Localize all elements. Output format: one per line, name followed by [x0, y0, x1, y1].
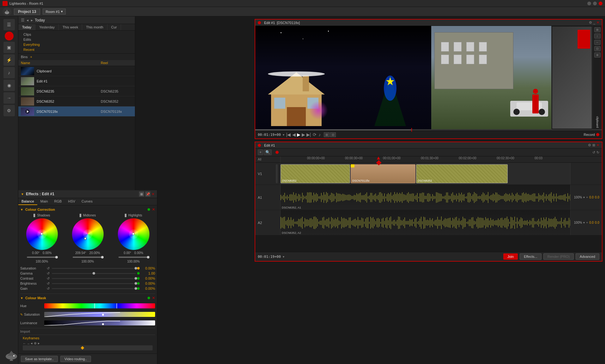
midtones-wheel[interactable] — [72, 218, 104, 250]
browser-menu-btn[interactable]: ☰ — [21, 18, 25, 22]
highlights-dot[interactable] — [132, 233, 135, 235]
tab-curves[interactable]: Curves — [78, 198, 96, 205]
clip-dscn6352-1[interactable]: DSCN6352 — [281, 164, 350, 183]
highlights-slider[interactable] — [118, 257, 148, 258]
join-btn[interactable]: Join — [503, 253, 518, 260]
filter-recent[interactable]: Recent — [21, 47, 132, 52]
skip-end-btn[interactable]: ▶| — [306, 132, 311, 137]
sidebar-icon-audio[interactable]: ♪ — [3, 67, 15, 78]
next-frame-btn[interactable]: ▶ — [302, 132, 305, 137]
volume-btn[interactable]: ♪ — [318, 132, 321, 137]
list-item[interactable]: DSCN6235 DSCN6235 — [18, 86, 135, 96]
browser-back-btn[interactable]: ◂ — [26, 18, 29, 22]
kf-left-arrow[interactable]: ◂ — [31, 341, 33, 345]
maximize-btn[interactable] — [593, 2, 597, 5]
render-btn[interactable]: Render (PRO) — [543, 253, 574, 260]
sidebar-icon-settings[interactable]: ⚙ — [3, 105, 15, 116]
v1-resize-handle[interactable] — [276, 164, 278, 183]
tl-redo-btn[interactable]: ↻ — [596, 150, 599, 155]
tab-rgb[interactable]: RGB — [51, 198, 65, 205]
mode-btn-2[interactable]: ⊟ — [330, 132, 336, 137]
timeline-close-icon[interactable]: ✕ — [596, 143, 599, 147]
gain-thumb[interactable] — [135, 287, 137, 290]
param-contrast-slider[interactable] — [52, 278, 136, 279]
param-gain-slider[interactable] — [52, 288, 136, 289]
shadows-slider[interactable] — [27, 257, 57, 258]
tab-balance[interactable]: Balance — [18, 198, 37, 205]
param-contrast-icon[interactable]: ↺ — [47, 276, 51, 280]
viewer-minimize-icon[interactable]: _ — [593, 21, 595, 25]
tl-add-btn[interactable]: + — [258, 149, 263, 155]
hue-marker-1[interactable] — [94, 303, 95, 308]
list-item[interactable]: DSCN7011fix DSCN7011fix — [18, 106, 135, 117]
effects-close-btn[interactable]: ✕ — [152, 192, 154, 196]
vrs-btn-2[interactable]: ↕ — [594, 33, 601, 39]
vrs-btn-3[interactable]: ↔ — [594, 40, 601, 45]
lum-handle[interactable] — [102, 323, 104, 325]
vrs-btn-1[interactable]: ⊞ — [594, 27, 601, 32]
brightness-thumb[interactable] — [135, 282, 137, 285]
minimize-btn[interactable] — [587, 2, 591, 5]
vrs-btn-5[interactable]: ⊕ — [594, 52, 601, 58]
param-gain-icon[interactable]: ↺ — [47, 287, 51, 290]
clip-dscn7011[interactable]: DSCN7011fix — [351, 164, 415, 183]
record-button[interactable]: Record — [584, 133, 599, 136]
filter-clips[interactable]: Clips — [21, 32, 132, 37]
midtones-dot[interactable] — [84, 237, 87, 240]
tab-hsv[interactable]: HSV — [65, 198, 78, 205]
mask-lum-bar[interactable] — [44, 320, 155, 325]
list-item[interactable]: Edit #1 — [18, 76, 135, 86]
viewer-close-icon[interactable]: ✕ — [596, 21, 599, 25]
save-template-btn[interactable]: Save as template.. — [21, 356, 58, 362]
list-item[interactable]: DSCN6352 DSCN6352 — [18, 96, 135, 106]
midtones-slider[interactable] — [73, 257, 103, 258]
highlights-wheel[interactable] — [118, 218, 149, 250]
shadows-slider-thumb[interactable] — [55, 256, 58, 258]
keyframe-marker[interactable] — [81, 346, 84, 349]
tl-search-btn[interactable]: 🔍 — [264, 149, 272, 155]
viewer-progress-marker[interactable] — [411, 128, 412, 132]
clip-dscn6352-2[interactable]: DSCN6352 — [416, 164, 508, 183]
sidebar-icon-export[interactable]: → — [3, 92, 15, 104]
advanced-btn[interactable]: Advanced — [576, 253, 599, 260]
kf-right-arrow[interactable]: ▸ — [38, 341, 40, 345]
sidebar-icon-record[interactable] — [5, 32, 14, 40]
close-btn[interactable] — [599, 2, 602, 5]
effects-btn[interactable]: Effects... — [520, 253, 541, 260]
tab-main[interactable]: Main — [37, 198, 51, 205]
sidebar-icon-menu[interactable]: ☰ — [3, 19, 15, 30]
filter-everything[interactable]: Everything — [21, 42, 132, 47]
kf-add[interactable]: ⊕ — [34, 341, 37, 345]
video-routing-btn[interactable]: Video routing.. — [60, 356, 91, 362]
browser-forward-btn[interactable]: ▸ — [30, 18, 33, 22]
sidebar-icon-color[interactable]: ◉ — [3, 80, 15, 91]
effects-detach-btn[interactable]: ⊞ — [139, 191, 144, 197]
hue-marker-2[interactable] — [116, 303, 117, 308]
param-gamma-slider[interactable] — [52, 273, 136, 274]
loop-btn[interactable]: ⟳ — [313, 132, 317, 137]
prev-frame-btn[interactable]: ◀ — [292, 132, 296, 137]
mode-btn-1[interactable]: ⊞ — [324, 132, 330, 137]
shadows-wheel[interactable] — [26, 218, 58, 250]
play-btn[interactable]: ▶ — [297, 132, 300, 137]
skip-start-btn[interactable]: |◀ — [286, 132, 291, 137]
gamma-thumb[interactable] — [93, 272, 95, 275]
param-gamma-icon[interactable]: ↺ — [47, 271, 51, 275]
tl-undo-btn[interactable]: ↺ — [592, 150, 595, 155]
contrast-thumb[interactable] — [135, 277, 137, 280]
effects-pin-btn[interactable]: 📌 — [145, 191, 150, 197]
sidebar-icon-fx[interactable]: ⚡ — [3, 54, 15, 66]
highlights-slider-thumb[interactable] — [147, 256, 149, 258]
timeline-settings-icon[interactable]: ⚙ — [588, 143, 591, 147]
shadows-dot[interactable] — [40, 233, 43, 235]
bins-add-btn[interactable]: + — [30, 55, 32, 59]
sidebar-icon-clip[interactable]: ▣ — [3, 42, 15, 53]
param-brightness-icon[interactable]: ↺ — [47, 282, 51, 285]
tab-today[interactable]: Today — [18, 24, 35, 30]
param-saturation-icon[interactable]: ↺ — [47, 266, 51, 270]
midtones-slider-thumb[interactable] — [101, 256, 104, 258]
tab-cur[interactable]: Cur — [107, 24, 121, 30]
colour-mask-close-btn[interactable]: ✕ — [152, 296, 155, 300]
list-item[interactable]: Clipboard — [18, 66, 135, 76]
tab-this-week[interactable]: This week — [59, 24, 82, 30]
